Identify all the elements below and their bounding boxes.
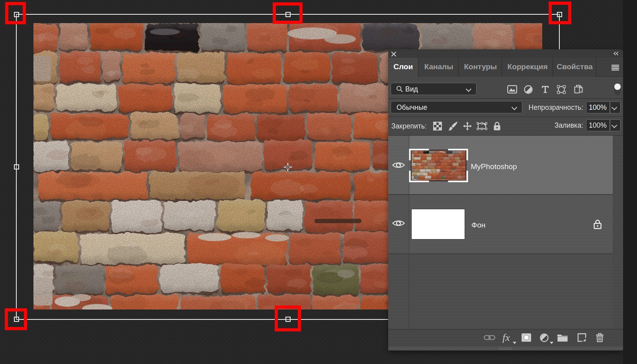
svg-text:fx: fx	[502, 333, 510, 343]
